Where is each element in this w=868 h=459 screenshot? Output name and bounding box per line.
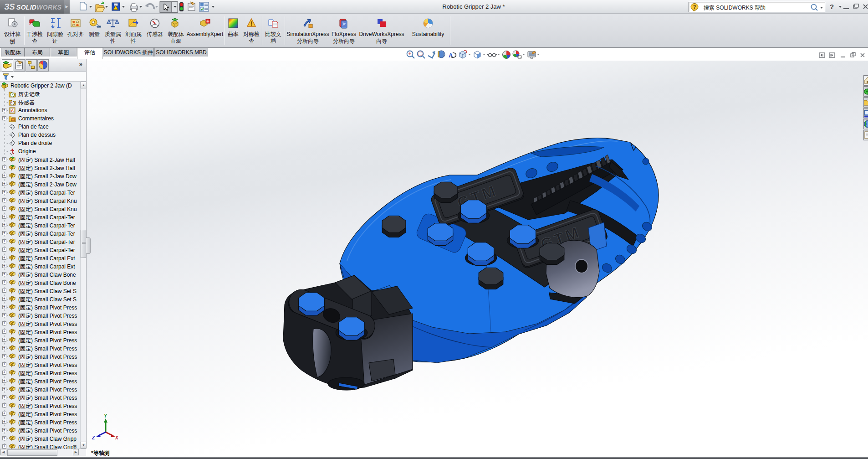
svg-text:Z: Z bbox=[92, 435, 95, 440]
svg-text:Y: Y bbox=[104, 413, 107, 418]
svg-text:X: X bbox=[115, 435, 119, 440]
svg-text:A: A bbox=[449, 52, 453, 59]
svg-text:A: A bbox=[11, 108, 14, 113]
